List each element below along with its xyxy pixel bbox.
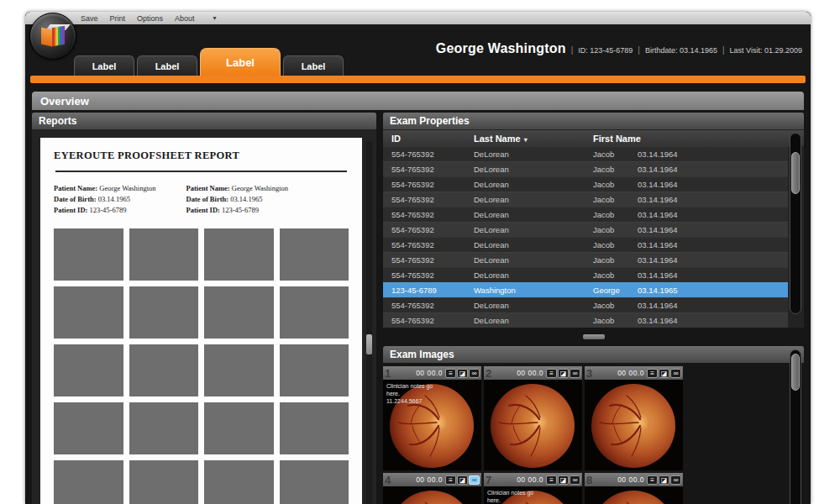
cell-last-name: DeLorean [474, 270, 509, 280]
clinician-notes-overlay: Clinician notes go here. 11.2244.5667 [386, 382, 433, 405]
flag-icon-button[interactable]: ◪ [558, 369, 569, 378]
column-header-id[interactable]: ID [391, 134, 401, 144]
tab[interactable]: Label [74, 55, 134, 76]
cell-id: 554-765392 [391, 270, 434, 280]
flag-icon-button[interactable]: ◪ [457, 475, 468, 485]
report-thumbnail [129, 228, 199, 281]
tile-timestamp: 00 00.0 [416, 475, 445, 484]
menu-options[interactable]: Options [137, 14, 163, 23]
menu-bar: Save Print Options About ▾ [25, 12, 811, 24]
note-icon-button[interactable]: ≡ [445, 475, 456, 485]
retinal-fundus-photo [383, 486, 481, 504]
both-eyes-icon-button[interactable]: ∞ [469, 369, 480, 378]
menu-about[interactable]: About [175, 14, 195, 23]
table-row[interactable]: 554-765392 DeLorean Jacob 03.14.1964 [383, 252, 788, 267]
cell-date: 03.14.1964 [638, 240, 678, 249]
exam-properties-title: Exam Properties [390, 115, 470, 127]
reports-scrollbar-handle[interactable] [366, 334, 372, 354]
header-bar: Label Label Label Label George Washingto… [25, 24, 811, 76]
report-thumbnail [204, 228, 274, 281]
tile-header: 2 00 00.0 ≡ ◪ ∞ [484, 366, 582, 380]
both-eyes-icon-button[interactable]: ∞ [670, 475, 681, 485]
report-thumbnail [280, 402, 349, 454]
cell-first-name: Jacob [593, 270, 614, 280]
tab[interactable]: Label [137, 55, 197, 76]
table-row[interactable]: 554-765392 DeLorean Jacob 03.14.1964 [383, 267, 788, 282]
table-row[interactable]: 554-765392 DeLorean Jacob 03.14.1964 [383, 146, 788, 161]
cell-last-name: DeLorean [474, 150, 509, 159]
report-thumbnail [54, 286, 123, 339]
both-eyes-icon-button[interactable]: ∞ [670, 369, 681, 378]
reports-scrollbar[interactable] [366, 141, 372, 504]
patient-name: George Washington [436, 41, 566, 56]
table-row[interactable]: 554-765392 DeLorean Jacob 03.14.1964 [383, 176, 788, 192]
report-thumbnail [129, 286, 199, 339]
note-icon-button[interactable]: ≡ [445, 369, 456, 378]
exam-images-scrollbar[interactable] [790, 349, 801, 504]
table-row[interactable]: 554-765392 DeLorean Jacob 03.14.1964 [383, 161, 788, 176]
report-thumbnail [204, 344, 274, 396]
exam-image-tile[interactable]: 4 00 00.0 ≡ ◪ ∞ [383, 473, 481, 504]
field-value: 123-45-6789 [90, 206, 127, 214]
report-thumbnail [129, 460, 199, 504]
exam-properties-scrollbar-handle[interactable] [791, 152, 800, 194]
cell-id: 554-765392 [391, 316, 434, 325]
exam-image-tile[interactable]: 3 00 00.0 ≡ ◪ ∞ [585, 366, 683, 470]
splitter-grip[interactable] [583, 334, 605, 339]
both-eyes-icon-button[interactable]: ∞ [570, 369, 580, 378]
exam-image-tile[interactable]: 1 00 00.0 ≡ ◪ ∞ [383, 366, 481, 470]
table-row[interactable]: 554-765392 DeLorean Jacob 03.14.1964 [383, 237, 788, 252]
flag-icon-button[interactable]: ◪ [659, 475, 669, 485]
cell-first-name: Jacob [593, 240, 614, 249]
report-thumbnail [129, 344, 199, 396]
cell-date: 03.14.1964 [638, 165, 678, 174]
exam-images-scrollbar-handle[interactable] [791, 354, 800, 391]
menu-save[interactable]: Save [81, 14, 98, 23]
patient-id: ID: 123-45-6789 [578, 46, 633, 55]
tile-number: 7 [486, 474, 502, 486]
exam-image-tile[interactable]: 8 00 00.0 ≡ ◪ ∞ [585, 473, 683, 504]
note-icon-button[interactable]: ≡ [647, 475, 658, 485]
tile-timestamp: 00 00.0 [617, 369, 647, 377]
separator: | [638, 45, 640, 55]
section-overview: Overview [32, 92, 804, 110]
flag-icon-button[interactable]: ◪ [659, 369, 669, 378]
tab[interactable]: Label [200, 48, 281, 76]
tile-image-area [585, 486, 683, 504]
table-row[interactable]: 554-765392 DeLorean Jacob 03.14.1964 [383, 297, 788, 312]
flag-icon-button[interactable]: ◪ [457, 369, 468, 378]
table-row[interactable]: 554-765392 DeLorean Jacob 03.14.1964 [383, 222, 788, 237]
field-value: George Washington [99, 184, 155, 192]
flag-icon-button[interactable]: ◪ [558, 475, 569, 485]
application-window: Save Print Options About ▾ Label Label [25, 12, 811, 504]
cell-date: 03.14.1964 [638, 255, 678, 265]
menu-dropdown-icon[interactable]: ▾ [213, 14, 217, 22]
tab[interactable]: Label [283, 55, 344, 76]
table-row[interactable]: 554-765392 DeLorean Jacob 03.14.1964 [383, 192, 788, 207]
retinal-fundus-photo [585, 486, 683, 504]
tab-label: Label [155, 61, 180, 71]
reports-title: Reports [39, 115, 76, 127]
report-title: EYEROUTE PROOFSHEET REPORT [54, 150, 349, 162]
table-row[interactable]: 123-45-6789 Washington George 03.14.1965 [383, 282, 788, 297]
exam-images-header: Exam Images [383, 346, 804, 363]
tile-header: 1 00 00.0 ≡ ◪ ∞ [383, 366, 481, 380]
cell-last-name: Washington [474, 286, 516, 295]
proofsheet-report-document: EYEROUTE PROOFSHEET REPORT Patient Name:… [40, 138, 362, 504]
patient-last-visit: Last Visit: 01.29.2009 [730, 46, 802, 55]
column-header-first-name[interactable]: First Name [593, 134, 641, 144]
both-eyes-icon-button[interactable]: ∞ [469, 475, 480, 485]
note-icon-button[interactable]: ≡ [546, 475, 557, 485]
both-eyes-icon-button[interactable]: ∞ [570, 475, 580, 485]
column-header-last-name[interactable]: Last Name▾ [474, 134, 528, 144]
table-row[interactable]: 554-765392 DeLorean Jacob 03.14.1964 [383, 312, 788, 328]
exam-image-tile[interactable]: 7 00 00.0 ≡ ◪ ∞ [484, 473, 582, 504]
table-row[interactable]: 554-765392 DeLorean Jacob 03.14.1964 [383, 207, 788, 222]
exam-properties-scrollbar[interactable] [790, 133, 801, 314]
note-icon-button[interactable]: ≡ [647, 369, 658, 378]
menu-print[interactable]: Print [110, 14, 126, 23]
exam-image-tile[interactable]: 2 00 00.0 ≡ ◪ ∞ [484, 366, 582, 470]
exam-properties-header: Exam Properties [383, 113, 804, 129]
report-thumbnail [54, 402, 123, 454]
note-icon-button[interactable]: ≡ [546, 369, 557, 378]
